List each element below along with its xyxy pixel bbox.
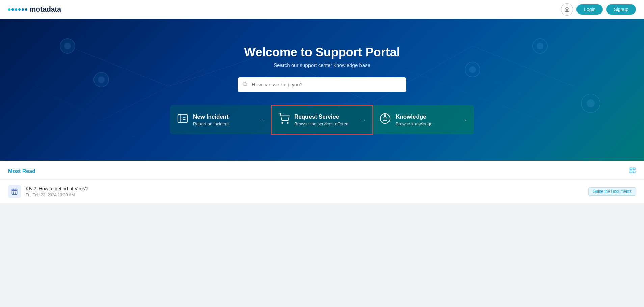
most-read-section: Most Read K [0,161,644,204]
home-icon [564,7,570,12]
knowledge-arrow: → [461,117,467,124]
article-row: KB-2: How to get rid of Virus? Fri, Feb … [0,180,644,204]
svg-point-31 [282,122,283,123]
hero-subtitle: Search our support center knowledge base [274,62,370,68]
search-bar [238,77,406,92]
new-incident-icon [177,113,188,127]
svg-line-25 [246,85,247,86]
request-service-arrow: → [360,117,366,124]
request-service-icon [278,113,290,127]
request-service-card[interactable]: Request Service Browse the services offe… [271,105,373,134]
logo-dot [8,8,10,11]
search-input[interactable] [238,77,406,92]
grid-view-icon[interactable] [629,167,636,175]
logo-dot [18,8,21,11]
knowledge-icon [379,113,391,127]
new-incident-title: New Incident [193,113,254,120]
hero-title: Welcome to Support Portal [244,45,400,59]
most-read-header: Most Read [0,161,644,180]
logo-dot [22,8,24,11]
article-title: KB-2: How to get rid of Virus? [26,186,88,191]
request-service-text: Request Service Browse the services offe… [294,113,355,126]
header-right: Login Signup [561,3,636,16]
article-date: Fri, Feb 23, 2024 10:20 AM [26,193,88,197]
logo-dots [8,8,27,11]
article-tag[interactable]: Guideline Documents [588,187,636,196]
svg-rect-39 [633,171,635,173]
new-incident-arrow: → [259,117,265,124]
bottom-area [0,204,644,288]
new-incident-desc: Report an incident [193,121,254,126]
request-service-desc: Browse the services offered [294,121,355,126]
svg-rect-38 [630,171,632,173]
article-info: KB-2: How to get rid of Virus? Fri, Feb … [26,186,88,197]
knowledge-desc: Browse knowledge [396,121,456,126]
new-incident-text: New Incident Report an incident [193,113,254,126]
knowledge-title: Knowledge [396,113,456,120]
logo-text: motadata [29,5,61,14]
logo-dot [15,8,17,11]
signup-button[interactable]: Signup [606,4,636,15]
knowledge-text: Knowledge Browse knowledge [396,113,456,126]
svg-rect-26 [178,115,187,123]
svg-rect-40 [12,189,17,194]
svg-point-35 [385,115,386,116]
knowledge-card[interactable]: Knowledge Browse knowledge → [373,105,474,134]
svg-point-24 [243,82,246,85]
article-left: KB-2: How to get rid of Virus? Fri, Feb … [8,185,88,198]
logo-dot [25,8,27,11]
login-button[interactable]: Login [576,4,603,15]
svg-rect-37 [633,168,635,170]
svg-rect-36 [630,168,632,170]
action-cards: New Incident Report an incident → Reques… [170,105,474,134]
search-icon [242,82,247,88]
hero-section: Welcome to Support Portal Search our sup… [0,19,644,161]
svg-point-32 [287,122,288,123]
most-read-title: Most Read [8,168,35,174]
hero-content: Welcome to Support Portal Search our sup… [0,45,644,134]
request-service-title: Request Service [294,113,355,120]
home-button[interactable] [561,3,573,16]
header: motadata Login Signup [0,0,644,19]
logo-dot [11,8,14,11]
article-icon [8,185,21,198]
new-incident-card[interactable]: New Incident Report an incident → [170,105,271,134]
logo: motadata [8,5,61,14]
